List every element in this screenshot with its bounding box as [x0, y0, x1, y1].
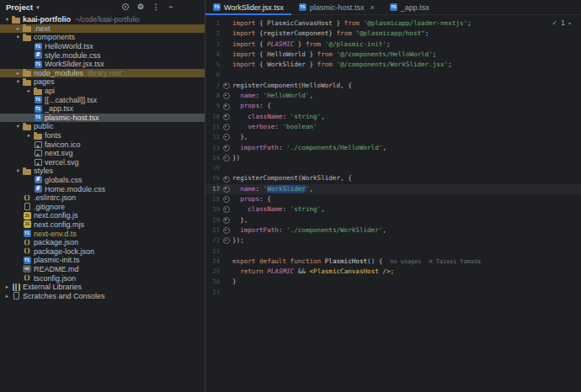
code-line-25[interactable]: 25 return PLASMIC && <PlasmicCanvasHost …	[205, 267, 581, 277]
tree-item-plasmic-init-ts[interactable]: TSplasmic-init.ts	[0, 256, 205, 265]
gutter-marker-icon[interactable]	[223, 114, 230, 120]
line-number[interactable]: 18	[205, 194, 220, 204]
line-number[interactable]: 24	[205, 257, 220, 267]
line-number[interactable]: 13	[205, 143, 220, 153]
tree-item-components[interactable]: ▾components	[0, 33, 205, 42]
tree-item-eslintrc-json[interactable]: {}.eslintrc.json	[0, 193, 205, 203]
line-number[interactable]: 21	[205, 225, 220, 236]
gutter[interactable]	[220, 267, 232, 277]
code-line-16[interactable]: 16registerComponent(WorkSlider, {	[205, 173, 581, 183]
gutter[interactable]	[220, 60, 232, 70]
line-number[interactable]: 2	[205, 29, 220, 39]
gear-icon[interactable]: ⚙	[136, 3, 145, 11]
gutter[interactable]	[220, 173, 232, 183]
tree-item-globals-css[interactable]: #globals.css	[0, 176, 205, 185]
gutter[interactable]	[220, 40, 232, 50]
code-line-7[interactable]: 7registerComponent(HelloWorld, {	[205, 81, 581, 91]
chevron-right-icon[interactable]: ▸	[14, 70, 22, 77]
target-icon[interactable]	[121, 3, 130, 11]
tree-item-workslider-jsx-tsx[interactable]: TSWorkSlider.jsx.tsx	[0, 60, 205, 69]
tree-item-next[interactable]: ▸.next	[0, 24, 205, 34]
tree-item-package-lock-json[interactable]: {}package-lock.json	[0, 246, 205, 256]
gutter-marker-icon[interactable]	[223, 103, 230, 110]
line-number[interactable]: 14	[205, 153, 220, 163]
tree-item-helloworld-tsx[interactable]: TSHelloWorld.tsx	[0, 42, 205, 51]
line-number[interactable]: 17	[205, 184, 220, 194]
kebab-menu-icon[interactable]: ⋮	[152, 3, 160, 11]
gutter[interactable]	[220, 257, 232, 267]
tree-item-fonts[interactable]: ▸fonts	[0, 131, 205, 140]
tree-item-scratches-and-consoles[interactable]: ▸Scratches and Consoles	[0, 291, 205, 300]
gutter[interactable]	[220, 225, 232, 236]
gutter[interactable]	[220, 236, 232, 246]
code-line-21[interactable]: 21 importPath: './components/WorkSlider'…	[205, 225, 581, 236]
gutter-marker-icon[interactable]	[223, 176, 230, 183]
gutter[interactable]	[220, 132, 232, 142]
code-line-12[interactable]: 12 },	[205, 132, 581, 142]
tree-item-favicon-ico[interactable]: favicon.ico	[0, 140, 205, 149]
tree-item-next-env-d-ts[interactable]: TSnext-env.d.ts	[0, 229, 205, 238]
tree-item-app-tsx[interactable]: TS_app.tsx	[0, 104, 205, 114]
inspections-widget[interactable]: ✓ 1 ▾	[552, 19, 571, 27]
chevron-down-icon[interactable]: ▾	[14, 34, 22, 40]
tree-item-vercel-svg[interactable]: vercel.svg	[0, 158, 205, 167]
gutter[interactable]	[220, 215, 232, 225]
tree-item-kaai-portfolio[interactable]: ▾kaai-portfolio~/code/kaai-portfolio	[0, 15, 205, 24]
line-number[interactable]: 19	[205, 204, 220, 215]
gutter[interactable]	[220, 91, 232, 101]
line-number[interactable]: 25	[205, 267, 220, 277]
code-line-22[interactable]: 22});	[205, 236, 581, 246]
gutter[interactable]	[220, 29, 232, 39]
tree-item-pages[interactable]: ▾pages	[0, 77, 205, 87]
line-number[interactable]: 23	[205, 246, 220, 257]
code-line-14[interactable]: 14})	[205, 153, 581, 163]
tree-item-api[interactable]: ▸api	[0, 87, 205, 96]
line-number[interactable]: 16	[205, 173, 220, 183]
code-line-8[interactable]: 8 name: 'HelloWorld',	[205, 91, 581, 101]
gutter[interactable]	[220, 194, 232, 204]
chevron-down-icon[interactable]: ▾	[14, 78, 22, 85]
gutter[interactable]	[220, 246, 232, 257]
code-line-15[interactable]: 15	[205, 163, 581, 173]
gutter[interactable]	[220, 163, 232, 173]
code-line-6[interactable]: 6	[205, 70, 581, 80]
gutter[interactable]	[220, 70, 232, 80]
code-lines[interactable]: 1import { PlasmicCanvasHost } from '@pla…	[205, 15, 581, 298]
chevron-right-icon[interactable]: ▸	[14, 25, 22, 32]
code-line-9[interactable]: 9 props: {	[205, 101, 581, 111]
gutter[interactable]	[220, 143, 232, 153]
code-line-17[interactable]: 17 name: 'WorkSlider',	[205, 184, 581, 194]
line-number[interactable]: 27	[205, 288, 220, 298]
tree-item-catchall-tsx[interactable]: TS[[...catchall]].tsx	[0, 95, 205, 104]
gutter-marker-icon[interactable]	[223, 93, 230, 99]
gutter[interactable]	[220, 50, 232, 60]
close-tab-icon[interactable]: ×	[370, 3, 374, 12]
code-line-11[interactable]: 11 verbose: 'boolean'	[205, 122, 581, 132]
line-number[interactable]: 11	[205, 122, 220, 132]
chevron-right-icon[interactable]: ▸	[3, 283, 11, 290]
code-line-19[interactable]: 19 className: 'string',	[205, 204, 581, 215]
gutter[interactable]	[220, 184, 232, 194]
tree-item-next-config-js[interactable]: JSnext.config.js	[0, 211, 205, 220]
gutter[interactable]	[220, 288, 232, 298]
gutter-marker-icon[interactable]	[223, 124, 230, 130]
gutter-marker-icon[interactable]	[223, 82, 230, 89]
line-number[interactable]: 12	[205, 132, 220, 142]
code-line-23[interactable]: 23	[205, 246, 581, 257]
gutter[interactable]	[220, 19, 232, 29]
chevron-down-icon[interactable]: ▾	[14, 123, 22, 130]
gutter[interactable]	[220, 122, 232, 132]
code-line-18[interactable]: 18 props: {	[205, 194, 581, 204]
tab-workslider-jsx-tsx[interactable]: TSWorkSlider.jsx.tsx	[205, 0, 291, 14]
tree-item-package-json[interactable]: {}package.json	[0, 238, 205, 247]
gutter-marker-icon[interactable]	[223, 186, 230, 193]
line-number[interactable]: 15	[205, 163, 220, 173]
chevron-down-icon[interactable]: ▾	[14, 167, 22, 174]
line-number[interactable]: 7	[205, 81, 220, 91]
line-number[interactable]: 10	[205, 112, 220, 122]
gutter-marker-icon[interactable]	[223, 206, 230, 213]
code-line-3[interactable]: 3import { PLASMIC } from '@/plasmic-init…	[205, 40, 581, 50]
code-line-5[interactable]: 5import { WorkSlider } from '@/component…	[205, 60, 581, 70]
chevron-right-icon[interactable]: ▸	[25, 132, 33, 139]
chevron-down-icon[interactable]: ▾	[3, 16, 11, 23]
